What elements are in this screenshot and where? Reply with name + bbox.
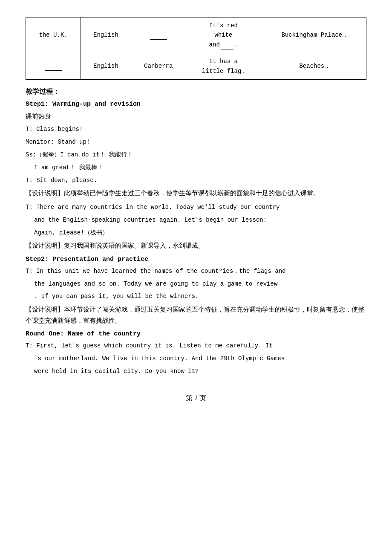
page-footer: 第 2 页 [26, 394, 366, 403]
step2-line1: T: In this unit we have learned the name… [26, 266, 366, 277]
step1-heading: Step1: Warming-up and revision [26, 101, 366, 108]
round1-line3: were held in its capital city. Do you kn… [26, 367, 366, 377]
step2-heading: Step2: Presentation and practice [26, 256, 366, 263]
step2-line2: the languages and so on. Today we are go… [26, 279, 366, 289]
page-number: 第 2 页 [186, 394, 206, 402]
round-one-heading: Round One: Name of the country [26, 330, 366, 338]
table-cell-country2 [26, 53, 81, 80]
content-table: the U.K. English It's redwhiteand. Bucki… [26, 17, 366, 80]
step1-design-note1: 【设计说明】此项举动已伴随学生走过三个春秋，使学生每节课都以崭新的面貌和十足的信… [26, 188, 366, 199]
table-cell-landmark1: Buckingham Palace… [261, 17, 366, 53]
step1-dialogue-2: and the English-speaking countries again… [26, 215, 366, 225]
table-row: the U.K. English It's redwhiteand. Bucki… [26, 17, 366, 53]
table-cell-blank1 [131, 17, 186, 53]
page-content: the U.K. English It's redwhiteand. Bucki… [26, 17, 366, 403]
teaching-process-heading: 教学过程： [26, 87, 366, 96]
step2-line3: . If you can pass it, you will be the wi… [26, 292, 366, 302]
step1-line-ss2: I am great！ 我最棒！ [26, 163, 366, 173]
step1-line-class-begins: T: Class begins! [26, 124, 366, 135]
step1-dialogue-3: Again, please!（板书） [26, 228, 366, 238]
table-cell-uk: the U.K. [26, 17, 81, 53]
step1-dialogue-1: T: There are many countries in the world… [26, 202, 366, 213]
step1-line-standup: Monitor: Stand up! [26, 137, 366, 147]
table-row: English Canberra It has alittle flag. Be… [26, 53, 366, 80]
step1-warmup-label: 课前热身 [26, 111, 366, 122]
table-cell-canberra: Canberra [131, 53, 186, 80]
table-cell-english2: English [81, 53, 131, 80]
step1-line-ss1: Ss:（握拳）I can do it！ 我能行！ [26, 150, 366, 160]
table-cell-landmark2: Beaches… [261, 53, 366, 80]
table-cell-english1: English [81, 17, 131, 53]
table-cell-flag1: It's redwhiteand. [186, 17, 261, 53]
round1-line1: T: First, let's guess which country it i… [26, 341, 366, 351]
table-cell-flag2: It has alittle flag. [186, 53, 261, 80]
step1-design-note2: 【设计说明】复习我国和说英语的国家。新课导入，水到渠成。 [26, 240, 366, 251]
step2-design-note: 【设计说明】本环节设计了闯关游戏，通过五关复习国家的五个特征，旨在充分调动学生的… [26, 304, 366, 326]
round1-line2: is our motherland. We live in this count… [26, 354, 366, 364]
step1-line-sitdown: T: Sit down, please. [26, 176, 366, 186]
